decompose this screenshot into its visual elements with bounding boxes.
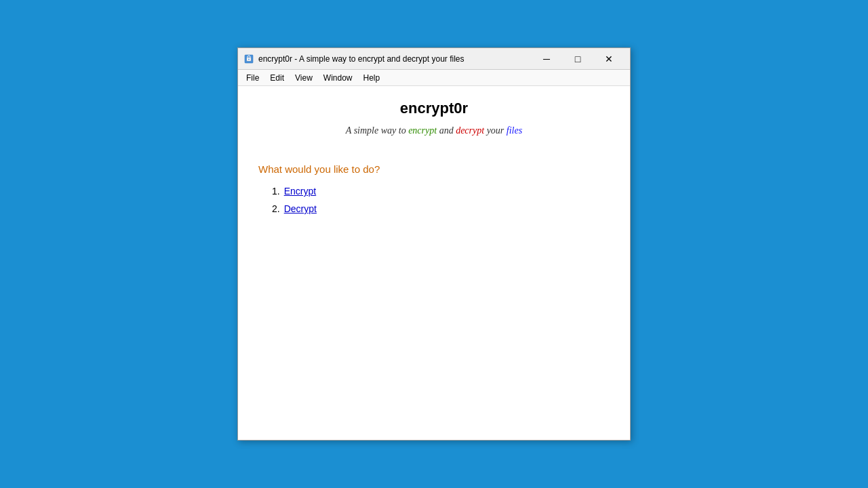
subtitle-files: files	[507, 125, 522, 136]
close-button[interactable]: ✕	[593, 48, 625, 70]
menu-edit[interactable]: Edit	[264, 72, 290, 84]
menu-file[interactable]: File	[241, 72, 264, 84]
menu-bar: File Edit View Window Help	[238, 70, 630, 86]
decrypt-link[interactable]: Decrypt	[284, 203, 317, 214]
list-item: 2. Decrypt	[272, 203, 610, 214]
maximize-button[interactable]: □	[562, 48, 593, 70]
list-item: 1. Encrypt	[272, 186, 610, 197]
menu-window[interactable]: Window	[318, 72, 358, 84]
options-list: 1. Encrypt 2. Decrypt	[272, 186, 610, 214]
window-content: encrypt0r A simple way to encrypt and de…	[238, 86, 630, 440]
subtitle-part-2: and	[437, 125, 456, 136]
option-2-number: 2.	[272, 203, 280, 214]
subtitle-encrypt: encrypt	[408, 125, 437, 136]
title-bar: encrypt0r - A simple way to encrypt and …	[238, 48, 630, 70]
encrypt-link[interactable]: Encrypt	[284, 186, 316, 197]
main-window: encrypt0r - A simple way to encrypt and …	[237, 47, 631, 441]
window-title: encrypt0r - A simple way to encrypt and …	[258, 54, 531, 64]
app-icon	[243, 54, 254, 64]
question-text: What would you like to do?	[258, 163, 610, 175]
svg-point-2	[248, 58, 250, 60]
subtitle-part-1: A simple way to	[346, 125, 408, 136]
menu-view[interactable]: View	[290, 72, 318, 84]
app-title: encrypt0r	[258, 100, 610, 117]
subtitle-part-3: your	[484, 125, 507, 136]
minimize-button[interactable]: ─	[531, 48, 562, 70]
subtitle-decrypt: decrypt	[456, 125, 484, 136]
option-1-number: 1.	[272, 186, 280, 197]
app-subtitle: A simple way to encrypt and decrypt your…	[258, 125, 610, 136]
menu-help[interactable]: Help	[358, 72, 386, 84]
window-controls: ─ □ ✕	[531, 48, 625, 70]
